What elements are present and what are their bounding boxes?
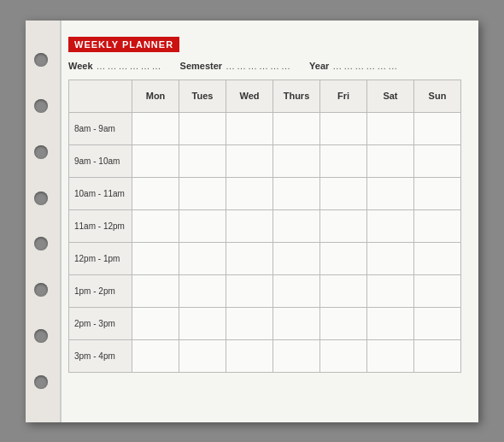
- cell-fri-3[interactable]: [319, 209, 366, 242]
- cell-mon-2[interactable]: [132, 177, 179, 209]
- cell-mon-7[interactable]: [132, 339, 179, 372]
- cell-mon-1[interactable]: [132, 144, 179, 177]
- cell-thurs-3[interactable]: [273, 209, 319, 242]
- cell-fri-0[interactable]: [319, 112, 366, 144]
- cell-tues-7[interactable]: [179, 339, 226, 372]
- hole-7: [34, 329, 48, 343]
- hole-2: [34, 99, 48, 113]
- cell-fri-2[interactable]: [319, 177, 366, 209]
- cell-mon-3[interactable]: [132, 209, 179, 242]
- cell-fri-7[interactable]: [319, 339, 366, 372]
- hole-4: [34, 192, 48, 205]
- cell-fri-4[interactable]: [319, 242, 366, 274]
- table-row: 3pm - 4pm: [69, 339, 461, 372]
- cell-wed-3[interactable]: [226, 209, 273, 242]
- cell-thurs-0[interactable]: [273, 112, 319, 144]
- header-empty: [69, 80, 132, 112]
- week-field: Week ………………: [68, 61, 163, 71]
- cell-sat-7[interactable]: [366, 339, 413, 372]
- page-title: WEEKLY PLANNER: [68, 37, 179, 52]
- cell-wed-6[interactable]: [226, 307, 273, 339]
- table-row: 12pm - 1pm: [69, 242, 461, 274]
- hole-6: [34, 283, 48, 297]
- cell-thurs-4[interactable]: [273, 242, 319, 274]
- cell-thurs-6[interactable]: [273, 307, 319, 339]
- cell-wed-1[interactable]: [226, 144, 273, 177]
- spiral-holes: [34, 21, 51, 422]
- cell-sat-5[interactable]: [366, 274, 413, 307]
- cell-fri-6[interactable]: [319, 307, 366, 339]
- table-row: 1pm - 2pm: [69, 274, 461, 307]
- header-tues: Tues: [179, 80, 226, 112]
- table-row: 10am - 11am: [69, 177, 461, 209]
- time-cell: 11am - 12pm: [69, 209, 132, 242]
- semester-field: Semester ………………: [180, 61, 293, 71]
- header-thurs: Thurs: [273, 80, 319, 112]
- cell-thurs-7[interactable]: [273, 339, 319, 372]
- hole-5: [34, 237, 48, 250]
- cell-thurs-1[interactable]: [273, 144, 319, 177]
- page-wrapper: WEEKLY PLANNER Week ……………… Semester ……………: [0, 0, 504, 442]
- header-sat: Sat: [366, 80, 413, 112]
- year-label: Year: [309, 61, 329, 71]
- cell-wed-2[interactable]: [226, 177, 273, 209]
- table-row: 2pm - 3pm: [69, 307, 461, 339]
- cell-mon-5[interactable]: [132, 274, 179, 307]
- cell-wed-0[interactable]: [226, 112, 273, 144]
- cell-sun-0[interactable]: [413, 112, 460, 144]
- cell-sun-3[interactable]: [413, 209, 460, 242]
- hole-1: [34, 53, 48, 67]
- cell-thurs-5[interactable]: [273, 274, 319, 307]
- year-dots: ………………: [332, 61, 399, 71]
- cell-tues-0[interactable]: [179, 112, 226, 144]
- cell-tues-4[interactable]: [179, 242, 226, 274]
- cell-sun-7[interactable]: [413, 339, 460, 372]
- semester-label: Semester: [180, 61, 223, 71]
- cell-sat-0[interactable]: [366, 112, 413, 144]
- time-cell: 10am - 11am: [69, 177, 132, 209]
- hole-3: [34, 145, 48, 159]
- cell-sat-2[interactable]: [366, 177, 413, 209]
- cell-sat-4[interactable]: [366, 242, 413, 274]
- cell-sun-2[interactable]: [413, 177, 460, 209]
- time-cell: 2pm - 3pm: [69, 307, 132, 339]
- cell-sun-4[interactable]: [413, 242, 460, 274]
- header-row: Mon Tues Wed Thurs Fri Sat Sun: [69, 80, 461, 112]
- week-label: Week: [68, 61, 93, 71]
- cell-mon-0[interactable]: [132, 112, 179, 144]
- cell-wed-4[interactable]: [226, 242, 273, 274]
- cell-sat-1[interactable]: [366, 144, 413, 177]
- time-cell: 9am - 10am: [69, 144, 132, 177]
- time-cell: 3pm - 4pm: [69, 339, 132, 372]
- cell-sat-3[interactable]: [366, 209, 413, 242]
- week-dots: ………………: [97, 61, 163, 71]
- cell-tues-3[interactable]: [179, 209, 226, 242]
- cell-sun-1[interactable]: [413, 144, 460, 177]
- semester-dots: ………………: [226, 61, 292, 71]
- time-cell: 12pm - 1pm: [69, 242, 132, 274]
- cell-tues-5[interactable]: [179, 274, 226, 307]
- header-sun: Sun: [413, 80, 460, 112]
- table-row: 11am - 12pm: [69, 209, 461, 242]
- cell-wed-7[interactable]: [226, 339, 273, 372]
- cell-sun-5[interactable]: [413, 274, 460, 307]
- cell-fri-5[interactable]: [319, 274, 366, 307]
- cell-mon-6[interactable]: [132, 307, 179, 339]
- cell-sat-6[interactable]: [366, 307, 413, 339]
- cell-mon-4[interactable]: [132, 242, 179, 274]
- cell-tues-1[interactable]: [179, 144, 226, 177]
- header-fri: Fri: [319, 80, 366, 112]
- table-row: 8am - 9am: [69, 112, 461, 144]
- time-cell: 8am - 9am: [69, 112, 132, 144]
- time-cell: 1pm - 2pm: [69, 274, 132, 307]
- table-row: 9am - 10am: [69, 144, 461, 177]
- cell-wed-5[interactable]: [226, 274, 273, 307]
- cell-sun-6[interactable]: [413, 307, 460, 339]
- year-field: Year ………………: [309, 61, 399, 71]
- cell-tues-6[interactable]: [179, 307, 226, 339]
- cell-fri-1[interactable]: [319, 144, 366, 177]
- notebook-page: WEEKLY PLANNER Week ……………… Semester ……………: [26, 21, 478, 422]
- hole-8: [34, 375, 48, 389]
- cell-tues-2[interactable]: [179, 177, 226, 209]
- cell-thurs-2[interactable]: [273, 177, 319, 209]
